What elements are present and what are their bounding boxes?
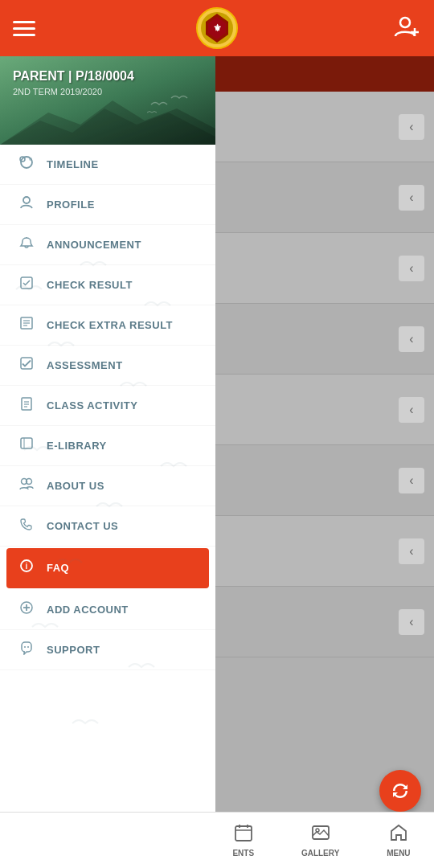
sidebar-item-label: CHECK RESULT: [47, 279, 133, 291]
sidebar-item-label: PROFILE: [47, 199, 95, 211]
add-account-icon: [16, 600, 37, 619]
app-header: ⚜: [0, 0, 434, 56]
check-result-icon: [16, 276, 37, 294]
chevron-button[interactable]: ‹: [399, 468, 424, 493]
refresh-fab[interactable]: [379, 770, 421, 812]
sidebar-items-list: TIMELINE PROFILE ANNOU: [0, 145, 215, 868]
sidebar-item-profile[interactable]: PROFILE: [0, 185, 215, 225]
class-activity-icon: [16, 396, 37, 415]
hamburger-button[interactable]: [13, 21, 35, 36]
bottom-nav-label: GALLERY: [301, 849, 339, 858]
gallery-icon: [311, 823, 330, 847]
chevron-button[interactable]: ‹: [399, 538, 424, 564]
sidebar-item-assessment[interactable]: ASSESSMENT: [0, 346, 215, 386]
sidebar-item-label: ABOUT US: [47, 480, 104, 492]
sidebar-user-subtitle: 2ND TERM 2019/2020: [13, 87, 134, 96]
profile-icon: [16, 195, 37, 214]
panel-row: ‹: [215, 162, 434, 233]
sidebar-item-label: CHECK EXTRA RESULT: [47, 319, 173, 331]
sidebar-item-label: E-LIBRARY: [47, 440, 107, 452]
panel-row: ‹: [215, 587, 434, 657]
panel-row: ‹: [215, 445, 434, 516]
sidebar-overlay: ‹ ‹ ‹ ‹ ‹ ‹ ‹ ‹: [0, 56, 434, 868]
sidebar-item-check-extra-result[interactable]: CHECK EXTRA RESULT: [0, 305, 215, 346]
sidebar-item-support[interactable]: SUPPORT: [0, 630, 215, 670]
sidebar-item-faq[interactable]: i FAQ: [6, 548, 209, 588]
bottom-nav-events[interactable]: ENTS: [223, 818, 264, 862]
svg-point-5: [400, 18, 410, 27]
home-icon: [389, 823, 408, 847]
sidebar-item-e-library[interactable]: E-LIBRARY: [0, 426, 215, 466]
svg-point-12: [29, 158, 32, 161]
chevron-button[interactable]: ‹: [399, 397, 424, 423]
assessment-icon: [16, 356, 37, 375]
support-icon: [16, 641, 37, 659]
sidebar-item-class-activity[interactable]: CLASS ACTIVITY: [0, 386, 215, 426]
chevron-button[interactable]: ‹: [399, 326, 424, 352]
bottom-nav: ENTS GALLERY MENU: [0, 812, 434, 868]
sidebar-header: PARENT | P/18/0004 2ND TERM 2019/2020: [0, 56, 215, 145]
svg-point-32: [27, 646, 29, 648]
svg-text:⚜: ⚜: [213, 23, 222, 34]
panel-row: ‹: [215, 375, 434, 445]
contact-us-icon: [16, 517, 37, 535]
sidebar-item-add-account[interactable]: ADD ACCOUNT: [0, 590, 215, 630]
logo: ⚜: [196, 7, 238, 49]
sidebar-item-label: CLASS ACTIVITY: [47, 399, 137, 411]
bottom-nav-label: ENTS: [232, 849, 254, 858]
e-library-icon: [16, 436, 37, 455]
chevron-button[interactable]: ‹: [399, 114, 424, 140]
sidebar-item-label: CONTACT US: [47, 520, 118, 532]
panel-row: ‹: [215, 92, 434, 162]
panel-row: ‹: [215, 233, 434, 304]
sidebar-item-label: ANNOUNCEMENT: [47, 239, 141, 251]
sidebar-item-timeline[interactable]: TIMELINE: [0, 145, 215, 185]
about-us-icon: [16, 477, 37, 495]
bottom-nav-menu[interactable]: MENU: [377, 818, 420, 862]
bottom-nav-gallery[interactable]: GALLERY: [292, 818, 349, 862]
sidebar-item-label: ASSESSMENT: [47, 359, 123, 371]
sidebar-item-label: TIMELINE: [47, 158, 99, 170]
bottom-nav-items: ENTS GALLERY MENU: [209, 818, 434, 862]
sidebar-user-title: PARENT | P/18/0004: [13, 69, 134, 84]
events-icon: [234, 823, 253, 847]
sidebar-item-check-result[interactable]: CHECK RESULT: [0, 265, 215, 305]
sidebar-item-contact-us[interactable]: CONTACT US: [0, 506, 215, 547]
sidebar-user-info: PARENT | P/18/0004 2ND TERM 2019/2020: [13, 69, 134, 96]
faq-icon: i: [16, 559, 37, 577]
panel-rows: ‹ ‹ ‹ ‹ ‹ ‹ ‹ ‹: [215, 92, 434, 657]
svg-point-13: [23, 197, 30, 203]
check-extra-result-icon: [16, 316, 37, 334]
panel-row: ‹: [215, 516, 434, 587]
announcement-icon: [16, 235, 37, 254]
sidebar-item-label: SUPPORT: [47, 644, 100, 656]
dark-bar: [215, 56, 434, 92]
svg-point-31: [24, 646, 26, 648]
right-panel: ‹ ‹ ‹ ‹ ‹ ‹ ‹ ‹: [215, 56, 434, 868]
svg-point-38: [316, 829, 319, 832]
sidebar-item-announcement[interactable]: ANNOUNCEMENT: [0, 225, 215, 265]
sidebar-item-label: FAQ: [47, 562, 69, 574]
svg-text:i: i: [26, 562, 28, 571]
sidebar-item-label: ADD ACCOUNT: [47, 604, 129, 616]
chevron-button[interactable]: ‹: [399, 256, 424, 281]
timeline-icon: [16, 155, 37, 174]
svg-rect-33: [235, 826, 252, 841]
chevron-button[interactable]: ‹: [399, 609, 424, 635]
panel-row: ‹: [215, 304, 434, 375]
add-user-button[interactable]: [392, 12, 421, 44]
chevron-button[interactable]: ‹: [399, 185, 424, 211]
sidebar: PARENT | P/18/0004 2ND TERM 2019/2020: [0, 56, 215, 868]
svg-rect-19: [21, 358, 32, 369]
refresh-icon: [390, 780, 411, 801]
sidebar-item-about-us[interactable]: ABOUT US: [0, 466, 215, 506]
bottom-nav-label: MENU: [387, 849, 410, 858]
